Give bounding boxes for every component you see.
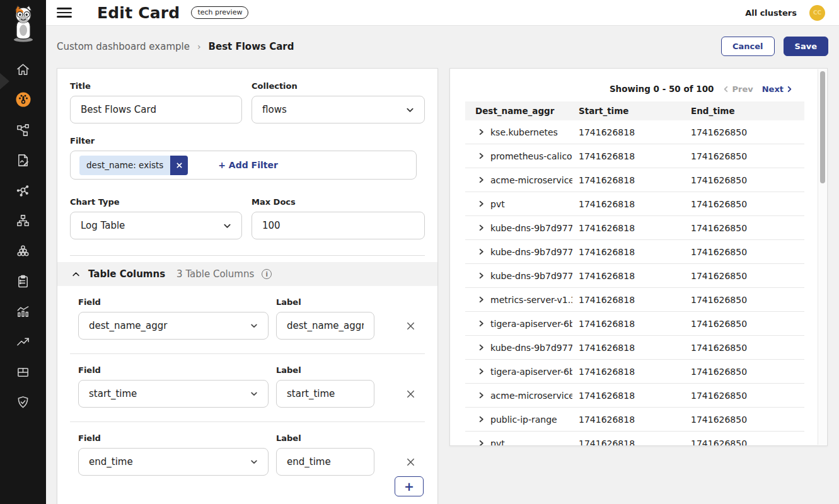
- expand-row-chevron-icon[interactable]: [478, 416, 485, 423]
- sidebar-item-cluster[interactable]: [0, 236, 46, 266]
- breadcrumb-separator-icon: ›: [197, 42, 201, 52]
- app-window: Edit Card tech preview All clusters CC C…: [0, 0, 839, 504]
- prev-page-button[interactable]: Prev: [722, 84, 753, 94]
- sidebar-item-inventory[interactable]: [0, 357, 46, 387]
- filter-input[interactable]: dest_name: exists + Add Filter: [70, 151, 417, 180]
- table-row[interactable]: prometheus-calico… 1741626818 1741626850: [465, 144, 804, 168]
- field-label: Field: [78, 365, 269, 375]
- expand-row-chevron-icon[interactable]: [478, 320, 485, 327]
- cell-dest-name-aggr: public-ip-range: [490, 415, 557, 425]
- avatar[interactable]: CC: [809, 5, 825, 21]
- field-select[interactable]: end_time: [78, 448, 269, 476]
- table-row[interactable]: kube-dns-9b7d977f… 1741626818 1741626850: [465, 216, 804, 240]
- label-input[interactable]: [276, 380, 374, 408]
- table-row[interactable]: kube-dns-9b7d977f… 1741626818 1741626850: [465, 336, 804, 360]
- cancel-button[interactable]: Cancel: [721, 37, 775, 56]
- expand-row-chevron-icon[interactable]: [478, 224, 485, 231]
- card-editor-panel: Title Collection flows Filter dest_name:…: [57, 68, 438, 504]
- expand-row-chevron-icon[interactable]: [478, 368, 485, 375]
- cluster-icon: [16, 244, 30, 258]
- section-divider: [70, 255, 425, 256]
- cell-start-time: 1741626818: [579, 295, 691, 305]
- sidebar-item-analytics[interactable]: [0, 296, 46, 326]
- table-row[interactable]: kube-dns-9b7d977f… 1741626818 1741626850: [465, 264, 804, 288]
- calico-cat-logo[interactable]: [0, 5, 46, 43]
- table-column-row: Field start_time Label: [70, 353, 425, 421]
- collection-select[interactable]: flows: [252, 96, 425, 123]
- cluster-selector[interactable]: All clusters: [745, 8, 797, 18]
- sidebar-item-home[interactable]: [0, 54, 46, 84]
- sidebar-item-dashboard[interactable]: [0, 84, 46, 115]
- remove-column-button[interactable]: [406, 312, 415, 340]
- table-row[interactable]: acme-microservice… 1741626818 1741626850: [465, 384, 804, 408]
- chevron-up-icon[interactable]: [71, 270, 81, 279]
- column-header-dest-name-aggr[interactable]: Dest_name_aggr: [465, 106, 579, 116]
- sidebar-item-connections[interactable]: [0, 175, 46, 205]
- breadcrumb-parent[interactable]: Custom dashboard example: [57, 41, 190, 52]
- field-select[interactable]: start_time: [78, 380, 269, 408]
- sidebar-item-topology[interactable]: [0, 205, 46, 236]
- expand-row-chevron-icon[interactable]: [478, 392, 485, 399]
- add-filter-link[interactable]: + Add Filter: [218, 160, 278, 170]
- sidebar-item-trends[interactable]: [0, 326, 46, 357]
- preview-scrollbar-thumb[interactable]: [820, 71, 825, 183]
- close-icon: [406, 389, 415, 399]
- table-row[interactable]: pvt 1741626818 1741626850: [465, 432, 804, 446]
- save-button[interactable]: Save: [784, 37, 828, 56]
- sidebar-nav: [0, 54, 46, 417]
- expand-row-chevron-icon[interactable]: [478, 129, 485, 135]
- cell-start-time: 1741626818: [579, 223, 691, 233]
- remove-column-button[interactable]: [406, 380, 415, 408]
- table-columns-list: Field dest_name_aggr Label: [70, 286, 425, 490]
- cell-dest-name-aggr: kube-dns-9b7d977f…: [490, 343, 572, 353]
- table-row[interactable]: public-ip-range 1741626818 1741626850: [465, 408, 804, 432]
- column-header-start-time[interactable]: Start_time: [579, 106, 691, 116]
- label-input[interactable]: [276, 312, 374, 340]
- filter-chip-remove-button[interactable]: [170, 156, 188, 175]
- next-page-button[interactable]: Next: [762, 84, 793, 94]
- table-row[interactable]: pvt 1741626818 1741626850: [465, 192, 804, 216]
- table-row[interactable]: metrics-server-v1.3… 1741626818 17416268…: [465, 288, 804, 312]
- sidebar-item-security[interactable]: [0, 387, 46, 417]
- expand-row-chevron-icon[interactable]: [478, 272, 485, 279]
- add-column-button[interactable]: +: [395, 476, 424, 496]
- expand-row-chevron-icon[interactable]: [478, 440, 485, 446]
- sidebar-item-policy-editor[interactable]: [0, 145, 46, 175]
- expand-row-chevron-icon[interactable]: [478, 176, 485, 183]
- table-row[interactable]: acme-microservice… 1741626818 1741626850: [465, 168, 804, 192]
- collection-label: Collection: [252, 81, 425, 91]
- table-row[interactable]: tigera-apiserver-6b… 1741626818 17416268…: [465, 312, 804, 336]
- inventory-icon: [16, 365, 30, 379]
- hamburger-menu-icon[interactable]: [57, 8, 72, 18]
- title-input[interactable]: [70, 96, 242, 123]
- column-header-end-time[interactable]: End_time: [691, 106, 804, 116]
- table-row[interactable]: tigera-apiserver-6b… 1741626818 17416268…: [465, 360, 804, 384]
- close-icon: [406, 321, 415, 331]
- expand-row-chevron-icon[interactable]: [478, 200, 485, 207]
- chevron-down-icon: [250, 322, 258, 329]
- table-row[interactable]: kse.kubernetes 1741626818 1741626850: [465, 120, 804, 144]
- max-docs-input[interactable]: [252, 212, 425, 239]
- expand-row-chevron-icon[interactable]: [478, 296, 485, 303]
- label-input[interactable]: [276, 448, 374, 476]
- cell-dest-name-aggr: tigera-apiserver-6b…: [490, 319, 572, 329]
- remove-column-button[interactable]: [406, 448, 415, 476]
- breadcrumb-current: Best Flows Card: [209, 41, 294, 52]
- field-label: Field: [78, 433, 269, 443]
- chart-type-select[interactable]: Log Table: [70, 212, 242, 239]
- expand-row-chevron-icon[interactable]: [478, 152, 485, 159]
- table-columns-header[interactable]: Table Columns 3 Table Columns i: [57, 262, 437, 286]
- field-select[interactable]: dest_name_aggr: [78, 312, 269, 340]
- info-icon[interactable]: i: [262, 269, 272, 279]
- chart-type-value: Log Table: [81, 220, 125, 231]
- expand-row-chevron-icon[interactable]: [478, 344, 485, 351]
- max-docs-label: Max Docs: [252, 197, 425, 207]
- preview-table: Dest_name_aggr Start_time End_time kse.k…: [465, 101, 804, 446]
- cell-end-time: 1741626850: [691, 438, 804, 447]
- expand-row-chevron-icon[interactable]: [478, 248, 485, 255]
- table-column-row: Field end_time Label: [70, 421, 425, 490]
- sidebar-item-compliance[interactable]: [0, 266, 46, 296]
- preview-scrollbar-track[interactable]: [818, 69, 826, 445]
- table-row[interactable]: kube-dns-9b7d977f… 1741626818 1741626850: [465, 240, 804, 264]
- sidebar-item-service-graph[interactable]: [0, 115, 46, 145]
